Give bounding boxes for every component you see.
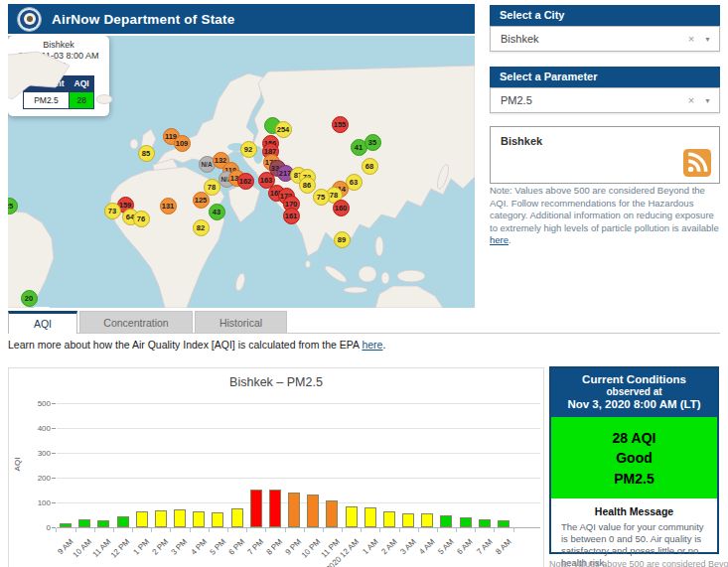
chart-bar[interactable] [117,516,129,527]
chart-bar[interactable] [250,490,262,527]
map-marker[interactable]: 20 [21,290,38,307]
clear-icon[interactable]: × [688,94,694,106]
chart-gridline [57,403,540,404]
current-conditions-aqi-box: 28 AQI Good PM2.5 [551,417,717,498]
chart-bar[interactable] [60,523,72,527]
chart-x-tick-mark [437,528,438,532]
chart-x-tick-mark [399,528,400,532]
chart-x-tick-mark [56,528,57,532]
chart-bar[interactable] [479,519,491,527]
chart-bar[interactable] [307,495,319,528]
parameter-select[interactable]: PM2.5 × ▼ [490,87,720,113]
rss-icon[interactable] [683,149,711,177]
map-marker[interactable]: 68 [362,158,378,175]
map-marker[interactable]: 43 [209,204,225,220]
department-of-state-seal-icon [17,7,42,32]
city-select[interactable]: Bishkek × ▼ [490,26,720,52]
page-title: AirNow Department of State [52,12,234,27]
world-aqi-map[interactable]: 119109851597364761311254382N/A132118N/A1… [8,36,475,308]
current-conditions-header: Current Conditions observed at Nov 3, 20… [551,368,717,417]
chart-x-tick-label: 12 PM [109,537,132,560]
map-marker[interactable]: 73 [104,203,121,219]
map-marker[interactable]: 254 [275,121,292,138]
map-marker[interactable]: 162 [237,173,254,190]
map-marker[interactable]: 155 [332,116,349,133]
chart-x-tick-label: 1 AM [361,537,379,556]
chart-bar[interactable] [78,519,90,527]
chart-x-tick-mark [209,528,210,532]
chart-y-tick-mark [52,428,56,429]
current-conditions-panel: Current Conditions observed at Nov 3, 20… [549,366,719,554]
chart-x-tick-label: 8 PM [265,537,285,557]
chart-bar[interactable] [364,507,376,527]
chevron-down-icon[interactable]: ▼ [704,97,711,104]
map-marker[interactable]: 82 [193,219,210,236]
map-marker[interactable]: 161 [283,208,300,224]
map-marker[interactable]: 92 [240,141,257,158]
map-marker[interactable]: 85 [138,145,155,162]
chart-bar[interactable] [231,508,243,527]
map-marker[interactable]: 131 [160,198,177,214]
chart-bar[interactable] [174,509,186,527]
current-aqi-value: 28 AQI [551,428,717,448]
chart-bar[interactable] [212,512,223,527]
chart-y-tick-label: 400 [17,424,51,433]
rss-feed-box: Bishkek [490,126,720,184]
clear-icon[interactable]: × [688,33,694,45]
map-marker[interactable]: 78 [204,179,220,196]
learn-more-body: Learn more about how the Air Quality Ind… [8,339,362,351]
chart-bar[interactable] [136,511,148,527]
tab-aqi[interactable]: AQI [8,311,77,334]
map-marker[interactable]: 35 [364,134,381,151]
tab-concentration[interactable]: Concentration [79,311,193,333]
chart-bar[interactable] [269,490,281,527]
sidebar-note: Note: Values above 500 are considered Be… [490,185,720,247]
chart-x-tick-mark [494,528,495,532]
chart-x-tick-label: 3 PM [170,537,190,557]
chevron-down-icon[interactable]: ▼ [704,36,711,43]
chart-bar[interactable] [460,517,472,527]
chart-x-tick-mark [94,528,95,532]
city-select-value: Bishkek [501,33,688,45]
chart-y-tick-label: 300 [17,449,51,458]
chart-x-tick-label: 8 AM [494,537,512,556]
chart-x-tick-label: 10 PM [300,537,323,560]
chart-bar[interactable] [288,493,300,527]
map-marker[interactable]: 76 [133,211,150,227]
chart-x-tick-mark [132,528,133,532]
sidebar-note-here-link[interactable]: here [490,234,509,245]
map-marker[interactable]: 160 [333,200,350,216]
chart-bar[interactable] [383,511,395,527]
chart-bar[interactable] [155,510,167,527]
chart-x-tick-label: 11 AM [91,537,113,559]
chart-bar[interactable] [498,520,510,527]
chart-bar[interactable] [402,513,414,527]
chart-gridline [57,478,540,479]
chart-x-tick-label: 2 AM [379,537,398,556]
chart-bar[interactable] [346,506,358,527]
map-marker[interactable]: 86 [299,177,316,194]
current-conditions-title: Current Conditions [553,373,715,386]
parameter-select-value: PM2.5 [501,94,688,106]
chart-bar[interactable] [326,500,338,528]
learn-more-suffix: . [382,339,385,351]
chart-bar[interactable] [440,515,452,527]
map-marker[interactable]: 75 [313,189,330,206]
select-city-header: Select a City [490,5,720,26]
chart-x-tick-label: 7 AM [475,537,494,556]
chart-x-tick-mark [379,528,380,532]
chart-bar[interactable] [97,520,109,527]
chart-bar[interactable] [421,513,433,527]
chart-bar[interactable] [193,511,205,527]
sidebar-note-text: Note: Values above 500 are considered Be… [490,185,719,233]
learn-more-here-link[interactable]: here [362,339,382,351]
current-conditions-subtitle: observed at [553,386,715,398]
chart-x-tick-label: 7 PM [246,537,266,557]
chart-x-tick-mark [113,528,114,532]
sidebar-note-suffix: . [509,234,511,245]
current-conditions-datetime: Nov 3, 2020 8:00 AM (LT) [553,398,715,411]
rss-city-label: Bishkek [501,135,542,147]
map-marker[interactable]: 109 [174,135,191,152]
map-marker[interactable]: 89 [334,231,351,248]
tab-historical[interactable]: Historical [195,311,287,333]
